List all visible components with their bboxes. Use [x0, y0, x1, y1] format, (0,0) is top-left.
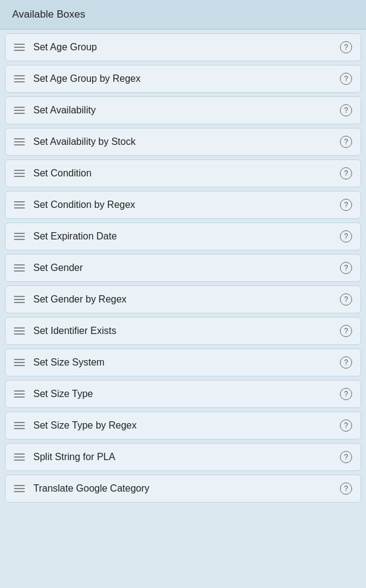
- item-label-split-string-for-pla: Split String for PLA: [33, 452, 335, 463]
- list-item-translate-google-category[interactable]: Translate Google Category?: [5, 475, 361, 503]
- item-label-set-availability: Set Availability: [33, 105, 335, 116]
- help-icon-set-availability-by-stock[interactable]: ?: [340, 136, 352, 148]
- help-icon-set-gender[interactable]: ?: [340, 262, 352, 274]
- help-icon-set-age-group[interactable]: ?: [340, 41, 352, 53]
- list-item-split-string-for-pla[interactable]: Split String for PLA?: [5, 443, 361, 471]
- list-item-set-size-type-by-regex[interactable]: Set Size Type by Regex?: [5, 412, 361, 439]
- help-icon-set-availability[interactable]: ?: [340, 104, 352, 116]
- drag-handle-icon: [14, 327, 25, 335]
- item-label-translate-google-category: Translate Google Category: [33, 483, 335, 494]
- drag-handle-icon: [14, 453, 25, 461]
- item-label-set-gender: Set Gender: [33, 262, 335, 273]
- list-item-set-age-group-by-regex[interactable]: Set Age Group by Regex?: [5, 65, 361, 93]
- list-item-set-condition[interactable]: Set Condition?: [5, 159, 361, 187]
- help-icon-split-string-for-pla[interactable]: ?: [340, 451, 352, 463]
- help-icon-set-gender-by-regex[interactable]: ?: [340, 293, 352, 306]
- list-item-set-gender-by-regex[interactable]: Set Gender by Regex?: [5, 286, 361, 313]
- help-icon-set-size-type[interactable]: ?: [340, 388, 352, 400]
- item-label-set-gender-by-regex: Set Gender by Regex: [33, 294, 335, 305]
- drag-handle-icon: [14, 359, 25, 366]
- item-label-set-age-group-by-regex: Set Age Group by Regex: [33, 73, 335, 84]
- help-icon-set-condition-by-regex[interactable]: ?: [340, 199, 352, 211]
- available-boxes-header: Available Boxes: [0, 0, 366, 30]
- list-item-set-gender[interactable]: Set Gender?: [5, 254, 361, 282]
- help-icon-set-expiration-date[interactable]: ?: [340, 230, 352, 242]
- list-item-set-availability-by-stock[interactable]: Set Availability by Stock?: [5, 128, 361, 156]
- item-label-set-condition-by-regex: Set Condition by Regex: [33, 199, 335, 210]
- help-icon-set-identifier-exists[interactable]: ?: [340, 325, 352, 337]
- drag-handle-icon: [14, 170, 25, 177]
- list-item-set-availability[interactable]: Set Availability?: [5, 96, 361, 124]
- list-item-set-expiration-date[interactable]: Set Expiration Date?: [5, 222, 361, 250]
- item-label-set-size-system: Set Size System: [33, 357, 335, 368]
- drag-handle-icon: [14, 44, 25, 51]
- drag-handle-icon: [14, 422, 25, 429]
- item-label-set-identifier-exists: Set Identifier Exists: [33, 326, 335, 336]
- drag-handle-icon: [14, 296, 25, 303]
- help-icon-translate-google-category[interactable]: ?: [340, 483, 352, 495]
- item-label-set-size-type: Set Size Type: [33, 389, 335, 399]
- list-item-set-condition-by-regex[interactable]: Set Condition by Regex?: [5, 191, 361, 219]
- list-item-set-size-system[interactable]: Set Size System?: [5, 349, 361, 376]
- drag-handle-icon: [14, 390, 25, 398]
- help-icon-set-size-system[interactable]: ?: [340, 356, 352, 369]
- header-title: Available Boxes: [12, 8, 85, 20]
- help-icon-set-condition[interactable]: ?: [340, 167, 352, 179]
- box-list: Set Age Group?Set Age Group by Regex?Set…: [0, 30, 366, 506]
- drag-handle-icon: [14, 138, 25, 145]
- help-icon-set-age-group-by-regex[interactable]: ?: [340, 73, 352, 85]
- drag-handle-icon: [14, 107, 25, 114]
- drag-handle-icon: [14, 201, 25, 209]
- drag-handle-icon: [14, 485, 25, 492]
- available-boxes-container: Available Boxes Set Age Group?Set Age Gr…: [0, 0, 366, 506]
- item-label-set-age-group: Set Age Group: [33, 42, 335, 53]
- list-item-set-size-type[interactable]: Set Size Type?: [5, 380, 361, 408]
- drag-handle-icon: [14, 75, 25, 82]
- item-label-set-condition: Set Condition: [33, 168, 335, 179]
- help-icon-set-size-type-by-regex[interactable]: ?: [340, 419, 352, 432]
- item-label-set-size-type-by-regex: Set Size Type by Regex: [33, 420, 335, 431]
- list-item-set-identifier-exists[interactable]: Set Identifier Exists?: [5, 317, 361, 345]
- item-label-set-availability-by-stock: Set Availability by Stock: [33, 136, 335, 147]
- list-item-set-age-group[interactable]: Set Age Group?: [5, 33, 361, 61]
- drag-handle-icon: [14, 264, 25, 272]
- item-label-set-expiration-date: Set Expiration Date: [33, 231, 335, 242]
- drag-handle-icon: [14, 233, 25, 240]
